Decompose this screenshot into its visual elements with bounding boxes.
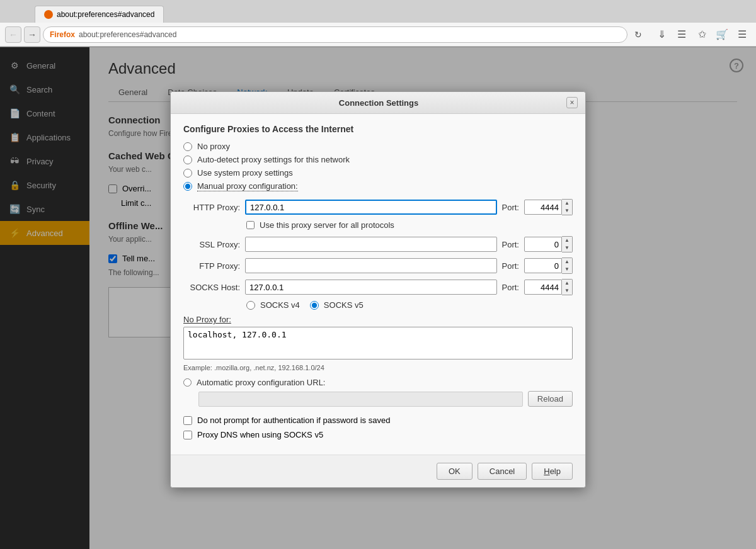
browser-chrome: about:preferences#advanced ← → Firefox a… [0,0,756,47]
auto-proxy-url-input[interactable] [198,392,523,407]
same-proxy-label: Use this proxy server for all protocols [260,220,394,230]
back-button[interactable]: ← [5,26,21,43]
http-port-spinners: ▲ ▼ [562,199,573,215]
ssl-port-input[interactable] [524,237,562,252]
socks-host-row: SOCKS Host: Port: ▲ ▼ [183,279,573,295]
tab-label: about:preferences#advanced [57,10,154,19]
ftp-proxy-input[interactable] [245,258,497,273]
ftp-proxy-row: FTP Proxy: Port: ▲ ▼ [183,258,573,274]
dialog-footer: OK Cancel Help [171,455,585,487]
ftp-proxy-label: FTP Proxy: [183,261,240,271]
pocket-icon[interactable]: ✩ [693,26,711,43]
menu-icon[interactable]: ☰ [733,26,751,43]
ssl-port-up[interactable]: ▲ [562,237,572,244]
address-url: about:preferences#advanced [79,30,176,39]
http-port-down[interactable]: ▼ [562,207,572,215]
ssl-proxy-input[interactable] [245,237,497,252]
socks-port-label: Port: [502,283,519,292]
socks-host-label: SOCKS Host: [183,283,240,292]
socks-port-spinners: ▲ ▼ [562,279,573,295]
dns-checkbox[interactable] [183,431,192,439]
socks-host-input[interactable] [245,280,497,295]
auto-proxy-section: Automatic proxy configuration URL: Reloa… [183,378,573,407]
ftp-port-label: Port: [502,261,519,271]
no-proxy-textarea[interactable]: localhost, 127.0.0.1 [183,327,573,359]
socks-port-wrapper: ▲ ▼ [524,279,573,295]
ssl-proxy-row: SSL Proxy: Port: ▲ ▼ [183,236,573,252]
dialog-close-button[interactable]: × [566,97,578,108]
manual-proxy-label: Manual proxy configuration: [197,181,298,191]
socks-v4-radio[interactable] [246,301,255,310]
ftp-port-down[interactable]: ▼ [562,266,572,273]
cart-icon[interactable]: 🛒 [713,26,731,43]
no-proxy-example: Example: .mozilla.org, .net.nz, 192.168.… [183,364,573,371]
socks-port-down[interactable]: ▼ [562,287,572,295]
auth-checkbox-row: Do not prompt for authentication if pass… [183,416,573,425]
ftp-port-spinners: ▲ ▼ [562,258,573,274]
system-proxy-radio[interactable] [183,169,192,178]
configure-title: Configure Proxies to Access the Internet [183,124,573,134]
auto-proxy-config-row: Automatic proxy configuration URL: [183,378,573,387]
auto-proxy-config-label: Automatic proxy configuration URL: [197,378,325,387]
http-port-up[interactable]: ▲ [562,200,572,207]
dialog-title-bar: Connection Settings × [171,92,585,114]
auto-detect-label: Auto-detect proxy settings for this netw… [197,155,350,164]
ssl-proxy-label: SSL Proxy: [183,240,240,249]
cancel-button[interactable]: Cancel [478,463,527,480]
auth-checkbox-section: Do not prompt for authentication if pass… [183,416,573,439]
socks-version-row: SOCKS v4 SOCKS v5 [246,300,573,310]
no-proxy-radio[interactable] [183,142,192,151]
http-proxy-input[interactable] [245,200,497,215]
reload-button[interactable]: Reload [528,391,573,407]
http-port-wrapper: ▲ ▼ [524,199,573,215]
socks-v5-label: SOCKS v5 [324,300,364,310]
http-proxy-row: HTTP Proxy: Port: ▲ ▼ [183,199,573,215]
http-proxy-label: HTTP Proxy: [183,203,240,212]
connection-settings-dialog: Connection Settings × Configure Proxies … [170,91,586,488]
auto-proxy-url-row: Reload [198,391,573,407]
auto-proxy-radio[interactable] [183,378,192,387]
address-bar[interactable]: Firefox about:preferences#advanced [43,26,627,43]
proxy-radio-group: No proxy Auto-detect proxy settings for … [183,142,573,191]
dialog-body: Configure Proxies to Access the Internet… [171,114,585,455]
browser-tab[interactable]: about:preferences#advanced [35,6,164,23]
dialog-title: Connection Settings [191,98,566,108]
dns-checkbox-label: Proxy DNS when using SOCKS v5 [197,430,323,439]
no-proxy-for-label: No Proxy for: [183,315,573,324]
proxy-fields: HTTP Proxy: Port: ▲ ▼ Use this proxy ser… [183,199,573,310]
socks-port-up[interactable]: ▲ [562,280,572,287]
auto-detect-radio[interactable] [183,156,192,164]
sidebar-toggle-icon[interactable]: ☰ [673,26,690,43]
firefox-tab-icon [44,10,53,19]
same-proxy-checkbox[interactable] [246,221,255,229]
http-port-input[interactable] [524,200,562,215]
ftp-port-up[interactable]: ▲ [562,258,572,266]
nav-bar: ← → Firefox about:preferences#advanced ↻… [0,23,756,47]
help-button[interactable]: Help [532,463,573,480]
socks-v5-radio[interactable] [310,301,319,310]
ftp-port-wrapper: ▲ ▼ [524,258,573,274]
download-icon[interactable]: ⇓ [653,26,670,43]
no-proxy-section: No Proxy for: localhost, 127.0.0.1 Examp… [183,315,573,371]
ssl-port-spinners: ▲ ▼ [562,236,573,252]
manual-proxy-radio[interactable] [183,182,192,191]
tab-bar: about:preferences#advanced [0,0,756,23]
ok-button[interactable]: OK [437,463,472,480]
help-underline: H [544,467,549,476]
auto-detect-radio-row: Auto-detect proxy settings for this netw… [183,155,573,164]
socks-v5-row: SOCKS v5 [310,300,364,310]
ftp-port-input[interactable] [524,258,562,273]
forward-button[interactable]: → [24,26,40,43]
no-proxy-radio-row: No proxy [183,142,573,151]
ssl-port-label: Port: [502,240,519,249]
toolbar-icons: ⇓ ☰ ✩ 🛒 ☰ [653,26,751,43]
system-proxy-label: Use system proxy settings [197,168,293,178]
ssl-port-wrapper: ▲ ▼ [524,236,573,252]
ssl-port-down[interactable]: ▼ [562,244,572,252]
firefox-label: Firefox [50,30,75,39]
auth-checkbox[interactable] [183,416,192,425]
socks-port-input[interactable] [524,280,562,295]
reload-button[interactable]: ↻ [630,26,646,43]
dns-checkbox-row: Proxy DNS when using SOCKS v5 [183,430,573,439]
same-proxy-row: Use this proxy server for all protocols [246,220,573,230]
